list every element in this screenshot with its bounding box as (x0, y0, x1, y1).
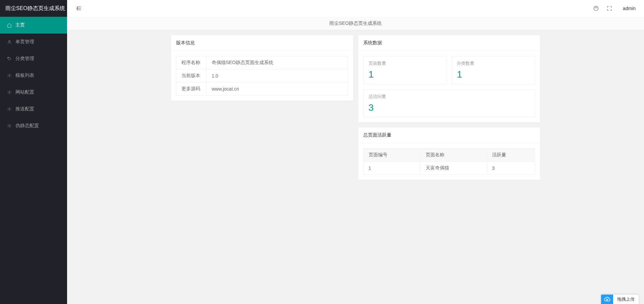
stat-total-visits: 总访问量 3 (363, 89, 535, 117)
theme-button[interactable] (593, 5, 599, 12)
sidebar-item-label: 推送配置 (15, 106, 34, 112)
stat-value: 1 (457, 69, 530, 80)
content-area: 版本信息 程序名称 奇偶猫SEO静态页面生成系统 当前版本 1.0 (67, 30, 644, 304)
fullscreen-button[interactable] (606, 5, 613, 12)
user-menu[interactable]: admin (620, 6, 639, 11)
home-icon (7, 22, 12, 28)
cell-page-name: 天富奇偶猫 (421, 162, 487, 175)
upload-label: 拖拽上传 (613, 296, 639, 302)
svg-point-4 (9, 108, 10, 110)
system-stats-card: 系统数据 页面数量 1 分类数量 1 (358, 35, 540, 122)
sidebar-item-template-list[interactable]: 模板列表 (0, 67, 67, 84)
user-icon (7, 39, 12, 45)
main-area: admin 雨尘SEO静态页生成系统 版本信息 程序名称 奇偶猫SEO静态页面生… (67, 0, 644, 304)
cloud-upload-icon (601, 295, 613, 304)
settings-icon (7, 106, 12, 112)
table-row: 当前版本 1.0 (176, 69, 348, 83)
sidebar-item-label: 主页 (15, 22, 25, 28)
svg-point-5 (9, 125, 10, 126)
table-row: 更多源码 www.jocat.cn (176, 83, 348, 96)
card-title: 版本信息 (171, 35, 353, 51)
info-label: 更多源码 (176, 83, 207, 96)
table-row: 1 天富奇偶猫 3 (363, 162, 535, 175)
stat-label: 分类数量 (457, 60, 530, 66)
settings-icon (7, 73, 12, 78)
page-activity-card: 总页面活跃量 页面编号 页面名称 活跃量 (358, 128, 540, 180)
stat-page-count: 页面数量 1 (363, 56, 447, 84)
sidebar-item-label: 网站配置 (15, 89, 34, 95)
settings-icon (7, 90, 12, 95)
stat-label: 总访问量 (369, 94, 530, 100)
svg-point-7 (595, 8, 595, 8)
info-label: 当前版本 (176, 69, 207, 83)
stat-value: 1 (369, 69, 441, 80)
version-info-table: 程序名称 奇偶猫SEO静态页面生成系统 当前版本 1.0 更多源码 www.jo… (176, 56, 348, 96)
svg-point-0 (9, 40, 10, 42)
menu-collapse-icon (76, 5, 82, 11)
sidebar-nav: 主页 单页管理 分类管理 模板列表 网站配置 推送配置 (0, 17, 67, 134)
svg-point-9 (597, 8, 597, 8)
sidebar-item-page-management[interactable]: 单页管理 (0, 34, 67, 50)
top-header: admin (67, 0, 644, 17)
sidebar-item-home[interactable]: 主页 (0, 17, 67, 34)
card-title: 系统数据 (358, 35, 540, 51)
tab-bar: 雨尘SEO静态页生成系统 (67, 17, 644, 30)
fullscreen-icon (606, 5, 612, 11)
stat-value: 3 (369, 102, 530, 113)
info-value: 1.0 (207, 69, 348, 83)
sidebar-item-label: 单页管理 (15, 39, 34, 45)
info-value: 奇偶猫SEO静态页面生成系统 (207, 56, 348, 69)
column-header: 页面编号 (363, 149, 421, 162)
table-row: 程序名称 奇偶猫SEO静态页面生成系统 (176, 56, 348, 69)
sidebar-item-label: 模板列表 (15, 72, 34, 79)
info-value[interactable]: www.jocat.cn (207, 83, 348, 96)
sidebar-item-label: 分类管理 (15, 56, 34, 62)
app-logo: 雨尘SEO静态页生成系统 (0, 0, 67, 17)
column-header: 页面名称 (421, 149, 487, 162)
sidebar-item-push-config[interactable]: 推送配置 (0, 101, 67, 117)
sidebar: 雨尘SEO静态页生成系统 主页 单页管理 分类管理 模板列表 网站配置 (0, 0, 67, 304)
activity-table: 页面编号 页面名称 活跃量 1 天富奇偶猫 3 (363, 148, 535, 175)
tab-title[interactable]: 雨尘SEO静态页生成系统 (329, 20, 382, 27)
info-label: 程序名称 (176, 56, 207, 69)
svg-point-3 (9, 92, 10, 93)
sidebar-item-category-management[interactable]: 分类管理 (0, 50, 67, 67)
version-info-card: 版本信息 程序名称 奇偶猫SEO静态页面生成系统 当前版本 1.0 (171, 35, 353, 101)
column-header: 活跃量 (487, 149, 535, 162)
tag-icon (7, 56, 12, 61)
settings-icon (7, 123, 12, 129)
sidebar-item-site-config[interactable]: 网站配置 (0, 84, 67, 101)
svg-point-8 (596, 7, 596, 8)
drag-upload-widget[interactable]: 拖拽上传 (601, 294, 639, 304)
sidebar-item-label: 伪静态配置 (15, 123, 39, 129)
svg-point-1 (8, 58, 9, 58)
card-title: 总页面活跃量 (358, 128, 540, 143)
sidebar-item-pseudo-static-config[interactable]: 伪静态配置 (0, 117, 67, 134)
stat-category-count: 分类数量 1 (451, 56, 535, 84)
cell-activity: 3 (487, 162, 535, 175)
menu-toggle-button[interactable] (72, 2, 86, 15)
palette-icon (593, 5, 599, 11)
cell-page-id: 1 (363, 162, 421, 175)
stat-label: 页面数量 (369, 60, 441, 66)
svg-point-2 (9, 75, 10, 76)
